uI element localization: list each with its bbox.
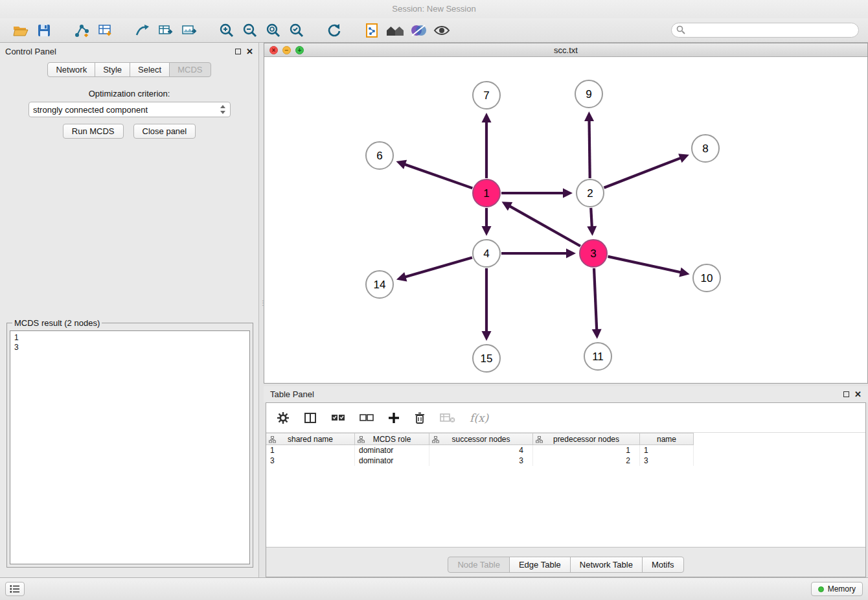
dropdown-stepper-icon xyxy=(220,104,226,115)
import-network-button[interactable] xyxy=(70,20,93,41)
table-row[interactable]: 1 dominator 4 1 1 xyxy=(266,445,865,456)
tab-network[interactable]: Network xyxy=(47,62,95,77)
graph-edge-arrowhead xyxy=(584,111,594,121)
column-header-mcds-role[interactable]: MCDS role xyxy=(355,433,429,445)
zoom-fit-button[interactable] xyxy=(262,20,285,41)
export-image-button[interactable] xyxy=(177,20,201,41)
new-network-from-selection-button[interactable] xyxy=(360,20,383,41)
export-table-button[interactable] xyxy=(154,20,177,41)
show-column-button[interactable] xyxy=(304,408,317,428)
trash-icon xyxy=(414,411,426,424)
window-title: Session: New Session xyxy=(392,4,475,14)
search-input[interactable] xyxy=(671,23,859,38)
cell-predecessor-nodes: 2 xyxy=(533,456,640,466)
network-canvas[interactable]: 1234678910111415 xyxy=(264,57,867,383)
criterion-dropdown[interactable]: strongly connected component xyxy=(29,102,231,117)
venn-icon xyxy=(409,23,428,38)
graph-edge-4-14[interactable] xyxy=(404,257,472,277)
graph-edge-arrowhead xyxy=(396,160,407,169)
refresh-icon xyxy=(326,22,343,39)
tab-select[interactable]: Select xyxy=(130,62,170,77)
tab-edge-table[interactable]: Edge Table xyxy=(509,557,571,573)
graph-edge-3-10[interactable] xyxy=(608,257,681,273)
plus-icon xyxy=(388,412,400,424)
column-label: MCDS role xyxy=(373,435,411,444)
share-arrow-icon xyxy=(134,23,151,38)
create-column-button[interactable] xyxy=(388,408,400,428)
venn-filter-button[interactable] xyxy=(407,20,430,41)
graph-edge-2-9[interactable] xyxy=(589,119,590,178)
sort-icon xyxy=(269,436,276,443)
float-panel-icon[interactable] xyxy=(235,49,241,54)
close-panel-button[interactable]: Close panel xyxy=(133,124,196,139)
deselect-all-columns-button[interactable] xyxy=(360,408,374,428)
home-icon xyxy=(385,23,405,38)
sort-icon xyxy=(536,436,543,443)
tab-node-table[interactable]: Node Table xyxy=(448,557,510,573)
apply-layout-button[interactable] xyxy=(323,20,346,41)
search-icon xyxy=(676,25,685,34)
graph-edge-3-11[interactable] xyxy=(594,268,597,331)
graph-edge-arrowhead xyxy=(679,268,689,277)
zoom-in-button[interactable] xyxy=(215,20,238,41)
tab-network-table[interactable]: Network Table xyxy=(570,557,643,573)
memory-button[interactable]: Memory xyxy=(811,582,863,596)
run-mcds-button[interactable]: Run MCDS xyxy=(63,124,124,139)
column-header-shared-name[interactable]: shared name xyxy=(266,433,355,445)
zoom-window-button[interactable]: + xyxy=(295,46,304,54)
tab-style[interactable]: Style xyxy=(95,62,130,77)
panel-splitter[interactable] xyxy=(259,43,264,577)
graph-edge-2-3[interactable] xyxy=(591,208,592,228)
task-history-button[interactable] xyxy=(5,582,25,596)
task-list-icon xyxy=(10,584,20,594)
mcds-buttons-row: Run MCDS Close panel xyxy=(0,124,258,139)
minimize-window-button[interactable]: − xyxy=(282,46,291,54)
table-settings-button[interactable] xyxy=(277,408,290,428)
graph-node-label: 4 xyxy=(483,248,489,260)
control-panel-header: Control Panel ✕ xyxy=(0,43,258,60)
open-session-button[interactable] xyxy=(9,20,32,41)
tab-motifs[interactable]: Motifs xyxy=(642,557,684,573)
graph-edge-1-6[interactable] xyxy=(404,164,473,188)
import-network-icon xyxy=(73,23,90,38)
delete-column-button[interactable] xyxy=(414,408,426,428)
node-table: shared name MCDS role successor nodes pr… xyxy=(266,433,865,547)
zoom-out-button[interactable] xyxy=(238,20,262,41)
home-button[interactable] xyxy=(383,20,407,41)
close-window-button[interactable]: × xyxy=(269,46,278,54)
graph-edge-2-8[interactable] xyxy=(604,157,681,188)
graph-edge-3-1[interactable] xyxy=(508,205,580,246)
control-panel-tabs: Network Style Select MCDS xyxy=(0,62,258,77)
mcds-result-box: MCDS result (2 nodes) 1 3 xyxy=(6,318,253,568)
close-panel-icon[interactable]: ✕ xyxy=(854,390,862,398)
save-session-button[interactable] xyxy=(32,20,56,41)
column-header-successor-nodes[interactable]: successor nodes xyxy=(429,433,533,445)
delete-table-button xyxy=(440,408,455,428)
search-area xyxy=(671,23,859,38)
memory-status-dot xyxy=(818,586,824,592)
checked-boxes-icon xyxy=(331,413,345,422)
table-row[interactable]: 3 dominator 3 2 3 xyxy=(266,456,865,466)
column-header-predecessor-nodes[interactable]: predecessor nodes xyxy=(533,433,640,445)
mcds-result-list[interactable]: 1 3 xyxy=(10,330,250,564)
zoom-selected-button[interactable] xyxy=(285,20,308,41)
optimization-criterion-label: Optimization criterion: xyxy=(0,89,258,98)
graph-node-label: 10 xyxy=(701,272,713,284)
column-label: predecessor nodes xyxy=(553,435,619,444)
graph-node-label: 14 xyxy=(374,279,386,291)
traffic-lights: × − + xyxy=(269,46,304,54)
select-all-columns-button[interactable] xyxy=(331,408,345,428)
show-graphics-details-button[interactable] xyxy=(430,20,453,41)
import-table-button[interactable] xyxy=(93,20,117,41)
share-network-button[interactable] xyxy=(131,20,154,41)
control-panel: Control Panel ✕ Network Style Select MCD… xyxy=(0,43,259,577)
column-header-name[interactable]: name xyxy=(640,433,694,445)
eye-icon xyxy=(433,23,451,38)
table-toolbar: f(x) xyxy=(266,403,865,433)
mcds-result-line: 1 xyxy=(14,333,246,343)
graph-node-label: 15 xyxy=(481,352,493,365)
close-panel-icon[interactable]: ✕ xyxy=(246,47,253,56)
tab-mcds[interactable]: MCDS xyxy=(169,62,211,77)
network-graph[interactable]: 1234678910111415 xyxy=(264,57,867,383)
float-panel-icon[interactable] xyxy=(843,391,849,397)
